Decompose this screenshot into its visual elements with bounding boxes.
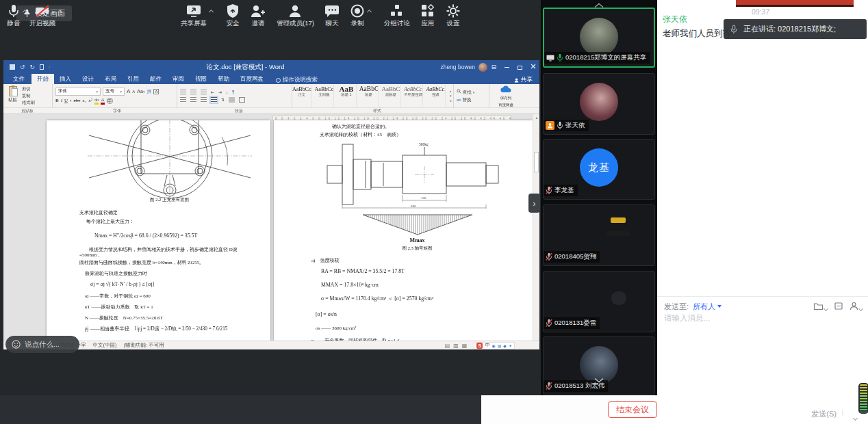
participant-name: 02018405贺翔 — [554, 252, 596, 261]
close-icon — [526, 60, 539, 74]
undo-icon: ↺ — [20, 64, 25, 70]
end-meeting-button[interactable]: 结束会议 — [608, 401, 657, 418]
chat-panel: 09:37 张天依 老师我们人员到齐 正在讲话: 02018215郑博文; 发送… — [657, 0, 868, 424]
speaking-toast: 正在讲话: 02018215郑博文; — [724, 19, 867, 39]
moment-diagram — [359, 213, 476, 237]
video-options-chevron[interactable] — [58, 10, 62, 14]
tab-references: 引用 — [122, 74, 144, 84]
font-color-button: A — [101, 97, 104, 105]
send-button[interactable]: 发送(S) — [811, 409, 837, 419]
participant-name: 张天依 — [565, 121, 585, 130]
shaft-drawing: 500kg 150 200 — [322, 140, 513, 209]
doc-formula: RA = RB = NMAX/2 = 35.5/2 = 17.8T — [311, 268, 523, 274]
chat-sender-name: 张天依 — [663, 14, 687, 25]
screen-share-icon — [546, 55, 554, 62]
start-video-button[interactable]: 开启视频 — [29, 2, 55, 28]
bullets-icon — [180, 90, 186, 95]
invite-icon — [250, 3, 266, 18]
style-subtitle: AaBbC副标题 — [381, 85, 401, 107]
participant-tile[interactable]: 龙基 李龙基 — [543, 139, 655, 200]
paste-icon — [9, 86, 17, 96]
mic-muted-icon — [546, 252, 552, 261]
participant-tile[interactable]: 02018513 刘宏伟 — [543, 336, 655, 395]
participant-tile[interactable]: 02018405贺翔 — [543, 204, 655, 266]
read-mode-icon: ▤ — [445, 343, 450, 349]
strikethrough-button: abc — [74, 98, 81, 103]
record-button[interactable]: 录制 — [350, 2, 365, 28]
align-left-icon — [180, 97, 186, 103]
underline-button: U — [64, 98, 68, 103]
scrollbar-thumb[interactable] — [534, 152, 539, 172]
apps-button[interactable]: 应用 — [420, 2, 435, 28]
collapse-panel-button[interactable]: › — [528, 194, 540, 213]
styles-group: AaBbCcD正文 AaBbCcD无间隔 AaB标题 1 AaBbC标题 AaB… — [292, 84, 454, 107]
screenshot-icon[interactable] — [834, 302, 843, 312]
participant-tile[interactable]: 02018215郑博文的屏幕共享 — [543, 8, 655, 68]
record-options-chevron[interactable] — [367, 10, 372, 14]
share-screen-button[interactable]: 共享屏幕 — [181, 2, 207, 28]
chat-message-input[interactable]: 请输入消息... — [664, 313, 710, 323]
sort-icon: ↓ — [226, 90, 228, 94]
doc-formula: σ = Mmax/W = 1170.4 kg/cm² ＜ [σ] = 2570 … — [311, 295, 523, 302]
ime-icon: ▤ — [498, 343, 502, 348]
participant-name: 李龙基 — [554, 186, 574, 195]
mute-options-chevron[interactable] — [23, 10, 27, 14]
doc-line: a) 强度校核 — [311, 258, 523, 263]
send-to-dropdown[interactable]: 所有人 — [693, 302, 722, 312]
align-center-icon — [190, 97, 196, 103]
quick-chat-bubble[interactable]: 说点什么... — [5, 336, 79, 353]
participant-name: 02018215郑博文的屏幕共享 — [565, 53, 646, 62]
ribbon-group-labels: 剪贴板 字体 段落 样式 — [3, 108, 539, 114]
security-button[interactable]: 安全 — [226, 2, 240, 28]
person-icon — [514, 78, 519, 83]
editing-group: 查找 ▾ ab 替换 — [454, 84, 489, 107]
chat-history-icon[interactable] — [813, 302, 828, 312]
doc-formula: σj = αj √( kT·N′ / b·ρj ) ≤ [σj] — [79, 281, 259, 287]
superscript-button: x² — [88, 98, 92, 103]
word-statusbar: 第 16 页，共 35 页 7/5726 个字 中文(中国) (辅助功能: 不可… — [3, 341, 539, 349]
clipboard-group: 粘贴 剪切 复制 格式刷 — [3, 84, 53, 107]
mute-button[interactable]: 静音 — [7, 2, 21, 28]
apps-icon — [420, 3, 435, 18]
highlight-button: ab — [94, 97, 99, 105]
replace-button: ab 替换 — [457, 97, 486, 103]
invite-button[interactable]: 邀请 — [250, 2, 266, 28]
scroll-arrow-up-icon[interactable]: ▲ — [533, 116, 539, 120]
settings-button[interactable]: 设置 — [446, 2, 461, 28]
tab-review: 审阅 — [167, 74, 190, 84]
format-painter-button: 格式刷 — [22, 100, 35, 106]
shared-screen-content: ↺ ↻ ▾ 论文.doc [兼容模式] - Word zheng bowen ⊟… — [3, 60, 539, 349]
share-screen-icon — [186, 3, 202, 18]
send-divider: | — [841, 408, 843, 416]
mic-on-icon — [557, 121, 563, 130]
vertical-scrollbar[interactable]: ▲ — [533, 114, 539, 341]
chat-icon — [324, 3, 340, 18]
doc-line: N ——接触轮压 N=0.75×35.5=26.6T — [79, 315, 259, 321]
clipboard-group-label: 剪贴板 — [21, 108, 34, 114]
chat-button[interactable]: 聊天 — [324, 2, 340, 28]
font-group: 宋体▾ 五号▾ A A Aa▾ 拼 A B I U▾ abc x₂ x² ab … — [53, 84, 177, 107]
participant-tile[interactable]: 02018131娄雷 — [543, 271, 655, 332]
ime-icon: ◆ — [503, 343, 507, 348]
ime-toolbar: S 中 ◉ ▤ ◆ ✦ — [474, 342, 515, 349]
chevron-right-icon: › — [533, 198, 535, 209]
subscript-button: x₂ — [82, 98, 86, 103]
mention-icon[interactable] — [850, 302, 863, 312]
breakout-rooms-button[interactable]: 分组讨论 — [384, 2, 410, 28]
pinyin-guide-button: 拼 — [146, 88, 151, 95]
ime-mode: 中 — [485, 342, 489, 349]
share-options-chevron[interactable] — [209, 10, 214, 14]
scroll-down-icon[interactable] — [593, 377, 604, 383]
send-options-chevron[interactable] — [853, 410, 857, 423]
ime-icon: ◉ — [492, 343, 495, 348]
tell-me-search: 操作说明搜索 — [276, 76, 318, 84]
chat-message-text: 老师我们人员到齐 — [663, 28, 731, 40]
doc-formula: Nmax = H″/2cosβ = 68.6 / (2×0.96592) = 3… — [79, 233, 259, 239]
paste-button: 粘贴 — [6, 85, 19, 106]
find-button: 查找 ▾ — [457, 89, 486, 96]
paragraph-group: ⇤ ⇥ ↓ ¶ ⇅ — [177, 84, 292, 107]
ime-icon: ✦ — [509, 343, 512, 348]
participant-tile[interactable]: 张天依 — [543, 73, 655, 135]
manage-members-button[interactable]: 管理成员(17) — [277, 2, 314, 28]
record-icon — [350, 3, 365, 18]
